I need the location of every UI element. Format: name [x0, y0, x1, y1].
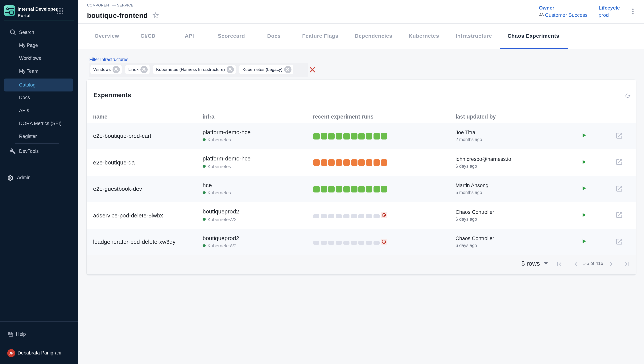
svg-text:?: ? — [10, 332, 11, 334]
